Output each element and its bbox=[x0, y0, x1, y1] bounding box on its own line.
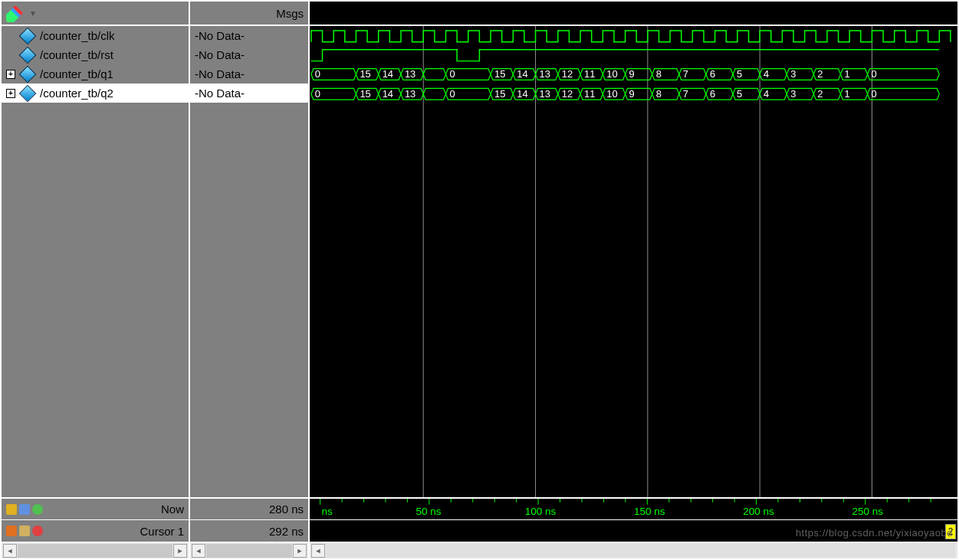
svg-text:15: 15 bbox=[494, 68, 505, 80]
svg-text:7: 7 bbox=[683, 88, 688, 100]
signal-row[interactable]: /counter_tb/clk bbox=[2, 26, 189, 45]
svg-text:14: 14 bbox=[517, 88, 527, 100]
cursor-row[interactable]: Cursor 1 bbox=[2, 520, 189, 542]
svg-text:4: 4 bbox=[764, 68, 769, 80]
signal-row[interactable]: +/counter_tb/q1 bbox=[2, 64, 189, 84]
cursor-label: Cursor 1 bbox=[140, 525, 184, 538]
svg-text:4: 4 bbox=[764, 88, 769, 100]
svg-text:0: 0 bbox=[872, 68, 877, 80]
now-icons bbox=[6, 504, 43, 515]
svg-text:50 ns: 50 ns bbox=[416, 506, 442, 517]
expand-icon[interactable]: + bbox=[6, 70, 15, 79]
signals-list: /counter_tb/clk/counter_tb/rst+/counter_… bbox=[2, 26, 189, 497]
svg-text:3: 3 bbox=[790, 88, 796, 100]
now-value-cell: 280 ns bbox=[190, 499, 308, 520]
svg-text:5: 5 bbox=[737, 68, 742, 80]
signal-name: /counter_tb/q1 bbox=[40, 67, 184, 80]
svg-text:0: 0 bbox=[449, 68, 455, 80]
svg-text:13: 13 bbox=[540, 88, 550, 100]
cursor-value-cell: 292 ns bbox=[190, 520, 308, 542]
scroll-left-icon[interactable]: ◄ bbox=[3, 544, 17, 558]
svg-text:13: 13 bbox=[540, 68, 550, 80]
msg-text: -No Data- bbox=[195, 48, 245, 61]
scroll-left-icon[interactable]: ◄ bbox=[192, 544, 205, 558]
waveform-svg[interactable]: 0151413015141312111098765432100151413015… bbox=[310, 26, 957, 497]
svg-text:1: 1 bbox=[844, 68, 849, 80]
scroll-right-icon[interactable]: ► bbox=[293, 544, 307, 558]
dropdown-icon[interactable]: ▼ bbox=[29, 9, 37, 18]
cursor-value: 292 ns bbox=[269, 525, 304, 538]
svg-text:11: 11 bbox=[584, 68, 595, 80]
svg-text:1: 1 bbox=[844, 88, 849, 100]
msgs-scrollbar[interactable]: ◄► bbox=[190, 542, 308, 558]
wave-ruler[interactable]: ns50 ns100 ns150 ns200 ns250 ns bbox=[310, 499, 957, 520]
svg-text:0: 0 bbox=[315, 88, 320, 100]
msg-row[interactable]: -No Data- bbox=[190, 64, 308, 84]
svg-text:9: 9 bbox=[629, 88, 635, 100]
svg-text:0: 0 bbox=[872, 88, 877, 100]
svg-text:13: 13 bbox=[405, 88, 415, 100]
signal-icon bbox=[19, 46, 37, 64]
wave-body[interactable]: 0151413015141312111098765432100151413015… bbox=[310, 26, 957, 497]
svg-text:10: 10 bbox=[606, 88, 617, 100]
signal-name: /counter_tb/clk bbox=[40, 29, 184, 42]
scroll-left-icon[interactable]: ◄ bbox=[311, 544, 325, 558]
svg-text:14: 14 bbox=[517, 68, 527, 80]
svg-text:5: 5 bbox=[737, 88, 742, 100]
signals-footer: Now Cursor 1 bbox=[2, 497, 189, 542]
now-row: Now bbox=[2, 499, 189, 520]
svg-text:150 ns: 150 ns bbox=[634, 506, 665, 517]
svg-text:200 ns: 200 ns bbox=[743, 506, 774, 517]
msg-text: -No Data- bbox=[195, 67, 245, 80]
svg-text:6: 6 bbox=[710, 68, 715, 80]
svg-text:6: 6 bbox=[710, 88, 715, 100]
svg-text:0: 0 bbox=[449, 88, 455, 100]
signal-name: /counter_tb/q2 bbox=[40, 87, 184, 100]
msg-row[interactable]: -No Data- bbox=[190, 84, 308, 103]
now-value: 280 ns bbox=[269, 503, 304, 516]
wave-scrollbar[interactable]: ◄ bbox=[310, 542, 957, 558]
svg-text:12: 12 bbox=[562, 68, 573, 80]
signals-panel: ▼ /counter_tb/clk/counter_tb/rst+/counte… bbox=[0, 0, 189, 560]
svg-text:14: 14 bbox=[383, 68, 393, 80]
wave-panel: 0151413015141312111098765432100151413015… bbox=[309, 0, 959, 560]
msg-text: -No Data- bbox=[195, 29, 245, 42]
now-label: Now bbox=[161, 503, 184, 516]
svg-text:15: 15 bbox=[360, 88, 370, 100]
svg-text:9: 9 bbox=[629, 68, 635, 80]
svg-text:2: 2 bbox=[817, 88, 823, 100]
msg-row[interactable]: -No Data- bbox=[190, 26, 308, 45]
svg-text:15: 15 bbox=[360, 68, 370, 80]
svg-text:15: 15 bbox=[494, 88, 505, 100]
svg-text:14: 14 bbox=[383, 88, 393, 100]
wave-cursor-track[interactable]: 2 bbox=[310, 520, 957, 542]
svg-text:100 ns: 100 ns bbox=[525, 506, 557, 517]
svg-text:7: 7 bbox=[683, 68, 688, 80]
app-icon bbox=[6, 4, 25, 22]
signal-row[interactable]: /counter_tb/rst bbox=[2, 45, 189, 64]
msg-row[interactable]: -No Data- bbox=[190, 45, 308, 64]
svg-text:ns: ns bbox=[322, 506, 333, 517]
svg-text:250 ns: 250 ns bbox=[852, 506, 883, 517]
svg-text:10: 10 bbox=[606, 68, 617, 80]
signals-header[interactable]: ▼ bbox=[2, 2, 189, 26]
signals-scrollbar[interactable]: ◄► bbox=[2, 542, 189, 558]
svg-text:2: 2 bbox=[817, 68, 823, 80]
svg-text:11: 11 bbox=[584, 88, 595, 100]
msgs-list: -No Data--No Data--No Data--No Data- bbox=[190, 26, 308, 497]
svg-text:8: 8 bbox=[656, 88, 662, 100]
svg-text:12: 12 bbox=[562, 88, 573, 100]
expand-icon[interactable]: + bbox=[6, 89, 15, 98]
msgs-footer: 280 ns 292 ns bbox=[190, 497, 308, 542]
signal-icon bbox=[19, 27, 37, 44]
scroll-right-icon[interactable]: ► bbox=[173, 544, 187, 558]
signal-icon bbox=[19, 84, 37, 102]
signal-name: /counter_tb/rst bbox=[40, 48, 184, 61]
msgs-label: Msgs bbox=[276, 7, 304, 20]
wave-footer: ns50 ns100 ns150 ns200 ns250 ns 2 bbox=[310, 497, 957, 542]
cursor-marker[interactable]: 2 bbox=[945, 524, 956, 539]
signal-row[interactable]: +/counter_tb/q2 bbox=[2, 84, 189, 103]
msgs-header[interactable]: Msgs bbox=[190, 2, 308, 26]
wave-header bbox=[310, 2, 957, 26]
svg-text:8: 8 bbox=[656, 68, 662, 80]
